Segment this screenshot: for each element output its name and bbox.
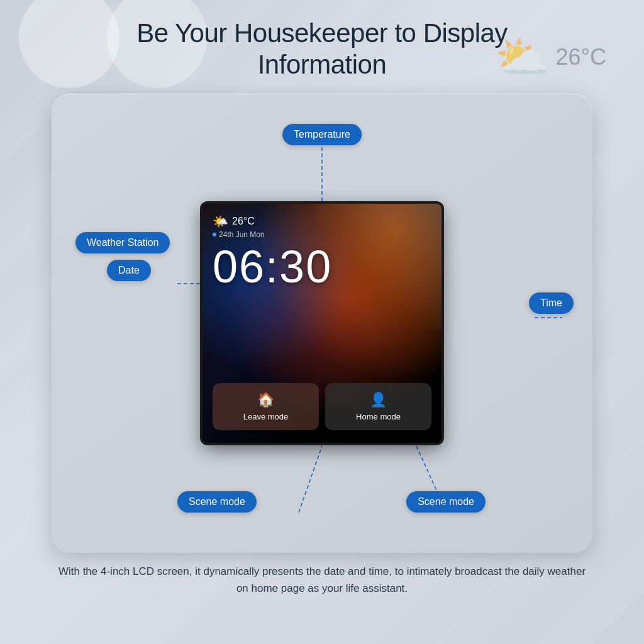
screen-date-row: 24th Jun Mon [213,230,431,239]
weather-row: 🌤️ 26°C [213,214,431,229]
date-dot-icon [213,233,216,236]
home-mode-icon: 👤 [370,392,387,408]
screen-date: 24th Jun Mon [219,230,265,239]
annotation-temperature: Temperature [282,124,362,145]
leave-mode-button[interactable]: 🏠 Leave mode [213,383,319,430]
svg-line-4 [299,446,322,513]
annotation-scene-mode-left: Scene mode [177,491,257,513]
page-title: Be Your Housekeeper to Display Informati… [136,18,508,81]
screen-content: 🌤️ 26°C 24th Jun Mon 06:30 🏠 Leave mode [203,204,441,443]
annotation-date: Date [107,260,151,281]
mode-buttons-container: 🏠 Leave mode 👤 Home mode [213,383,431,430]
screen-time: 06:30 [213,244,431,289]
screen-temperature: 26°C [232,216,255,227]
annotation-scene-mode-right: Scene mode [406,491,486,513]
main-container: Be Your Housekeeper to Display Informati… [0,0,644,644]
annotation-time: Time [529,292,574,314]
footer-description: With the 4-inch LCD screen, it dynamical… [52,563,592,597]
annotation-weather-station: Weather Station [75,232,170,253]
device-card: Temperature Weather Station Date Time Sc… [52,94,592,553]
lcd-screen[interactable]: 🌤️ 26°C 24th Jun Mon 06:30 🏠 Leave mode [203,204,441,443]
leave-mode-icon: 🏠 [257,392,274,408]
weather-icon: 🌤️ [213,214,228,229]
home-mode-button[interactable]: 👤 Home mode [325,383,431,430]
leave-mode-label: Leave mode [243,412,289,421]
home-mode-label: Home mode [356,412,401,421]
